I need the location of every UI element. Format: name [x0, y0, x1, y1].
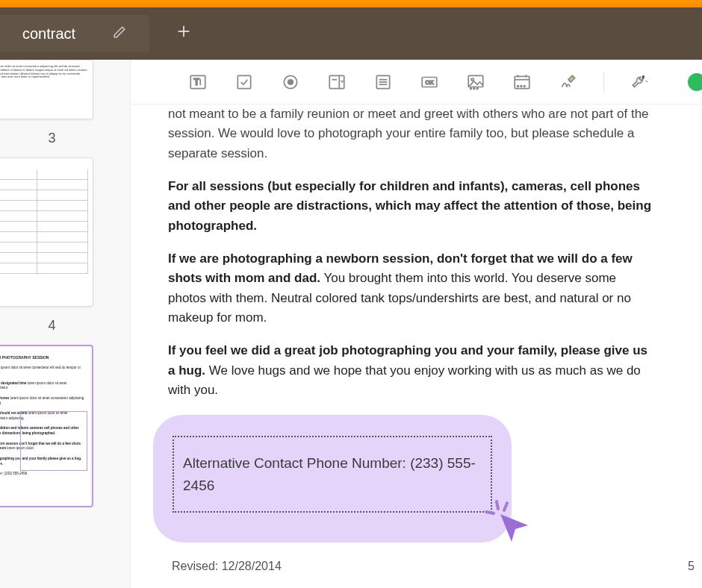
svg-point-27 [521, 85, 522, 87]
button-tool-icon[interactable]: OK [418, 71, 441, 93]
page-number: 5 [688, 560, 695, 573]
app-window: contract Lorem ipsum dolor sit amet cons… [0, 0, 702, 588]
document-tab-label: contract [22, 25, 75, 43]
form-field-highlight: Alternative Contact Phone Number: (233) … [153, 415, 512, 542]
status-indicator[interactable] [688, 73, 702, 91]
window-titlebar [0, 0, 702, 7]
svg-text:OK: OK [426, 79, 434, 86]
alt-contact-field[interactable]: Alternative Contact Phone Number: (233) … [173, 436, 492, 513]
edit-tab-icon[interactable] [113, 25, 126, 42]
toolbar: T OK [131, 60, 702, 104]
checkbox-tool-icon[interactable] [233, 71, 255, 93]
svg-point-26 [518, 85, 519, 87]
paragraph-newborn: If we are photographing a newborn sessio… [168, 249, 653, 328]
svg-point-19 [470, 87, 472, 89]
paragraph-hug: If you feel we did a great job photograp… [168, 341, 653, 400]
page-thumbnail-2[interactable]: Lorem ipsum dolor sit amet consectetur a… [0, 60, 93, 119]
svg-line-30 [486, 512, 494, 513]
document-content: not meant to be a family reunion or meet… [153, 104, 668, 542]
toolbar-separator [603, 72, 604, 93]
tab-bar: contract [0, 7, 702, 60]
alt-contact-field-text: Alternative Contact Phone Number: (233) … [183, 455, 476, 492]
main-area: T OK [131, 60, 702, 588]
page-thumbnail-4-selected[interactable]: YOUR PHOTOGRAPHY SESSION Lorem ipsum dol… [0, 345, 93, 507]
radio-tool-icon[interactable] [279, 71, 302, 93]
body-area: Lorem ipsum dolor sit amet consectetur a… [0, 60, 702, 588]
document-tab[interactable]: contract [0, 15, 149, 52]
svg-line-29 [497, 501, 498, 509]
svg-point-20 [473, 87, 475, 89]
signature-tool-icon[interactable] [557, 71, 580, 93]
svg-line-31 [504, 503, 507, 510]
thumbnail-sidebar[interactable]: Lorem ipsum dolor sit amet consectetur a… [0, 60, 131, 588]
svg-point-28 [524, 85, 525, 87]
svg-point-7 [288, 79, 293, 84]
page-number-3: 3 [0, 131, 122, 146]
image-tool-icon[interactable] [465, 71, 487, 93]
revised-date: Revised: 12/28/2014 [172, 560, 282, 573]
text-tool-icon[interactable]: T [187, 71, 209, 93]
dropdown-tool-icon[interactable] [326, 71, 348, 93]
new-tab-button[interactable] [176, 23, 192, 44]
svg-point-21 [476, 87, 478, 89]
tools-menu-icon[interactable] [628, 71, 650, 93]
svg-point-18 [471, 78, 473, 81]
paragraph-distractions: For all sessions (but especially for chi… [168, 177, 653, 236]
page-footer: Revised: 12/28/2014 5 [172, 560, 695, 573]
date-tool-icon[interactable] [511, 71, 533, 93]
page-number-4: 4 [0, 318, 122, 334]
svg-text:T: T [194, 77, 200, 87]
list-tool-icon[interactable] [372, 71, 394, 93]
document-viewport[interactable]: not meant to be a family reunion or meet… [131, 104, 702, 588]
paragraph-truncated: not meant to be a family reunion or meet… [168, 104, 653, 163]
svg-rect-5 [237, 75, 250, 88]
cursor-click-indicator [482, 495, 534, 554]
page-thumbnail-3[interactable]: ing! [0, 157, 93, 307]
